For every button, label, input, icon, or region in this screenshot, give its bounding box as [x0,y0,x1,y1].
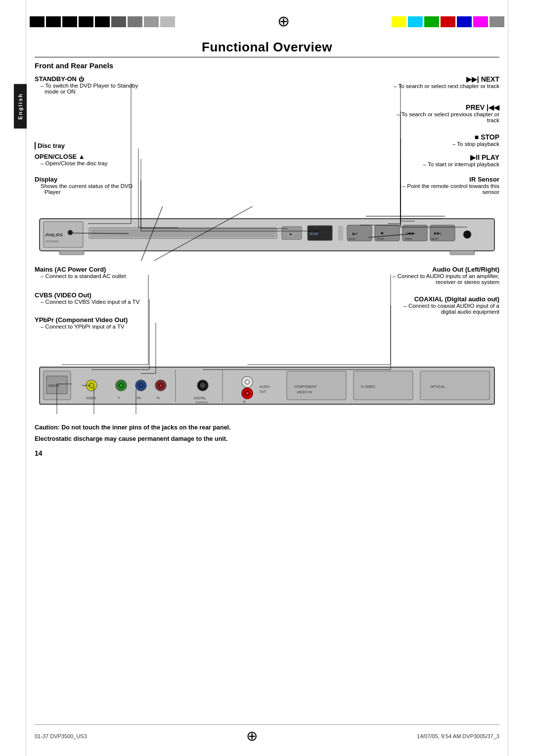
title-text: Functional Overview [35,40,499,55]
yellow-bar [392,16,406,27]
black-bar-2 [46,16,61,27]
svg-text:R: R [243,400,246,404]
audio-out-desc: – Connect to AUDIO inputs of an amplifie… [371,273,499,285]
svg-text:DIGITAL: DIGITAL [194,396,206,400]
svg-text:AUDIO: AUDIO [260,385,270,388]
color-bars-header: ⊕ [0,15,534,29]
dark-gray-bar [490,16,504,27]
caution-section: Caution: Do not touch the inner pins of … [35,422,499,444]
svg-text:S-VIDEO: S-VIDEO [361,385,375,388]
svg-text:COAXIAL: COAXIAL [195,401,209,404]
cyan-bar [408,16,423,27]
black-bar-1 [30,16,44,27]
standby-on-title: STANDBY-ON ⏻ [35,75,138,83]
mains-desc: – Connect to a standard AC outlet [35,273,148,279]
svg-point-79 [246,381,248,383]
black-bar-4 [79,16,93,27]
language-tab: English [14,84,27,129]
svg-point-4 [68,230,73,235]
black-bar-5 [95,16,110,27]
next-desc: – To search or select next chapter or tr… [371,83,499,89]
coaxial-label: COAXIAL (Digital audio out) – Connect to… [371,295,499,315]
disc-tray-title: Disc tray [35,142,134,149]
svg-text:COMPONENT: COMPONENT [294,385,317,388]
play-label: ▶II PLAY – To start or interrupt playbac… [381,153,499,167]
gray-bar-1 [111,16,126,27]
ir-sensor-label: IR Sensor – Point the remote control tow… [371,176,499,195]
svg-text:Pr: Pr [157,396,160,400]
svg-text:VIDEO: VIDEO [86,396,96,400]
prev-label: PREV |◀◀ – To search or select previous … [371,103,499,123]
blue-bar [457,16,472,27]
section-heading: Front and Rear Panels [35,61,499,70]
front-panel-section: STANDBY-ON ⏻ – To switch the DVD Player … [35,73,499,261]
open-close-desc: – Open/Close the disc tray [35,160,143,166]
color-bars-right [392,16,504,27]
gray-bar-4 [160,16,175,27]
svg-text:Pb: Pb [137,396,141,400]
front-panel-device-svg: PHILIPS STANDBY ▲ 00:00 ▶II PLAY ■ STOP [35,206,499,261]
cvbs-title: CVBS (VIDEO Out) [35,291,148,299]
svg-text:OPTICAL: OPTICAL [430,385,445,388]
ypbpr-title: YPbPr (Component Video Out) [35,316,158,324]
coaxial-desc: – Connect to coaxial AUDIO input of a di… [371,303,499,315]
page-title: Functional Overview [35,40,499,57]
svg-point-83 [246,392,248,394]
display-title: Display [35,176,143,183]
prev-desc: – To search or select previous chapter o… [371,111,499,123]
magenta-bar [473,16,488,27]
mains-label: Mains (AC Power Cord) – Connect to a sta… [35,266,148,279]
svg-point-24 [463,231,471,238]
svg-text:Y: Y [118,396,120,400]
svg-text:NEXT: NEXT [431,237,439,240]
svg-point-73 [202,384,204,386]
stop-label: ■ STOP – To stop playback [381,133,499,147]
svg-rect-6 [91,230,274,236]
display-label: Display Shows the current status of the … [35,176,143,195]
svg-text:VIDEO IN: VIDEO IN [297,390,312,394]
svg-text:|◀◀: |◀◀ [406,231,414,236]
section-heading-text: Front and Rear Panels [35,61,113,70]
next-title: ▶▶| NEXT [371,75,499,83]
caution-line1: Caution: Do not touch the inner pins of … [35,422,499,433]
svg-text:▲: ▲ [289,232,293,236]
mains-title: Mains (AC Power Cord) [35,266,148,273]
svg-text:PREV: PREV [405,237,412,240]
page-footer: 01-37 DVP3500_US3 ⊕ 14/07/05, 9:54 AM DV… [35,724,499,744]
play-desc: – To start or interrupt playback [381,161,499,167]
cvbs-desc: – Connect to CVBS Video input of a TV [35,299,148,305]
rear-panel-section: Mains (AC Power Cord) – Connect to a sta… [35,266,499,414]
svg-rect-11 [338,226,343,240]
audio-out-label: Audio Out (Left/Right) – Connect to AUDI… [371,266,499,285]
svg-point-60 [120,384,122,386]
ir-sensor-title: IR Sensor [371,176,499,183]
page-content: Functional Overview English Front and Re… [35,40,499,726]
svg-text:STANDBY: STANDBY [45,240,59,243]
standby-on-label: STANDBY-ON ⏻ – To switch the DVD Player … [35,75,138,94]
svg-text:00:00: 00:00 [310,232,318,236]
svg-text:PLAY: PLAY [349,237,356,240]
page-number: 14 [35,449,499,457]
svg-rect-26 [450,251,475,255]
svg-text:MAINS: MAINS [48,384,60,387]
svg-text:OUT: OUT [260,390,267,393]
cvbs-label: CVBS (VIDEO Out) – Connect to CVBS Video… [35,291,148,305]
ir-sensor-desc: – Point the remote control towards this … [371,183,499,195]
svg-rect-25 [59,251,84,255]
disc-tray-label: Disc tray [35,142,134,149]
footer-crosshair: ⊕ [246,728,258,744]
caution-line2: Electrostatic discharge may cause perman… [35,433,499,445]
green-bar [424,16,439,27]
rear-panel-device-svg: MAINS VIDEO Y Pb Pr DIGI [35,360,499,414]
svg-text:PHILIPS: PHILIPS [45,233,63,237]
stop-desc: – To stop playback [381,141,499,147]
black-bars [30,16,175,27]
svg-point-68 [160,384,162,386]
gray-bar-2 [128,16,142,27]
title-rule [35,57,499,57]
footer-right: 14/07/05, 9:54 AM DVP3005/37_3 [417,733,499,739]
prev-title: PREV |◀◀ [371,103,499,111]
audio-out-title: Audio Out (Left/Right) [371,266,499,273]
stop-title: ■ STOP [381,133,499,141]
crosshair-top: ⊕ [277,14,290,29]
